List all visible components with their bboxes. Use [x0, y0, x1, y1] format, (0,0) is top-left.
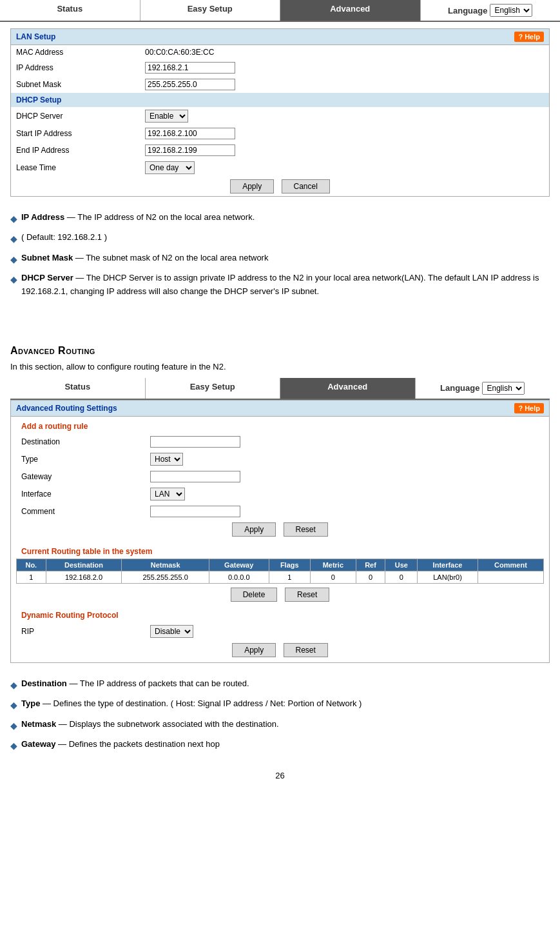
current-routing-label: Current Routing table in the system: [16, 544, 544, 559]
desc-dest-text: Destination — The IP address of packets …: [21, 677, 550, 691]
top-navigation: Status Easy Setup Advanced Language Engl…: [0, 0, 560, 22]
lan-setup-header: LAN Setup ? Help: [11, 29, 549, 45]
col-comment: Comment: [478, 559, 543, 571]
tab-easy-setup-2[interactable]: Easy Setup: [146, 378, 281, 399]
page-number: 26: [10, 763, 550, 788]
routing-apply-button[interactable]: Apply: [232, 522, 276, 537]
desc-subnet-item: ◆ Subnet Mask — The subnet mask of N2 on…: [10, 252, 550, 266]
col-ref: Ref: [356, 559, 385, 571]
tab-status-2[interactable]: Status: [10, 378, 146, 399]
tab-advanced[interactable]: Advanced: [280, 0, 421, 21]
subnet-input-cell: [140, 76, 549, 93]
tab-advanced-2[interactable]: Advanced: [280, 378, 416, 399]
type-label: Type: [16, 450, 145, 468]
bullet-icon5: ◆: [10, 678, 17, 692]
type-row: Type Host Net: [16, 450, 544, 468]
type-cell: Host Net: [145, 450, 544, 468]
comment-input[interactable]: [150, 506, 240, 517]
interface-cell: LAN WAN: [145, 485, 544, 503]
start-ip-input[interactable]: [145, 128, 235, 139]
subnet-input[interactable]: [145, 79, 235, 90]
end-ip-input[interactable]: [145, 144, 235, 156]
tab-status[interactable]: Status: [0, 0, 140, 21]
rip-cell: Disable Enable: [145, 622, 544, 640]
language-select[interactable]: English: [490, 4, 532, 17]
advanced-routing-intro: In this section, allow to configure rout…: [10, 362, 550, 371]
col-destination: Destination: [46, 559, 122, 571]
destination-input[interactable]: [150, 436, 240, 448]
lan-apply-button[interactable]: Apply: [230, 179, 274, 193]
destination-row: Destination: [16, 433, 544, 450]
gateway-input[interactable]: [150, 471, 240, 482]
dynamic-buttons: Apply Reset: [16, 640, 544, 660]
desc-default-text: ( Default: 192.168.2.1 ): [21, 231, 550, 244]
interface-select[interactable]: LAN WAN: [150, 488, 185, 500]
route-metric: 0: [310, 571, 356, 583]
lease-time-select[interactable]: One day Half day One hour: [145, 161, 195, 174]
route-flags: 1: [269, 571, 310, 583]
current-routing-section: Current Routing table in the system No. …: [11, 542, 549, 606]
rip-row: RIP Disable Enable: [16, 622, 544, 640]
col-metric: Metric: [310, 559, 356, 571]
interface-label: Interface: [16, 485, 145, 503]
lan-cancel-button[interactable]: Cancel: [282, 179, 330, 193]
col-gateway: Gateway: [209, 559, 269, 571]
desc-ip-item: ◆ IP Address — The IP address of N2 on t…: [10, 211, 550, 226]
mac-value: 00:C0:CA:60:3E:CC: [140, 45, 549, 59]
start-ip-label: Start IP Address: [11, 125, 140, 142]
col-interface: Interface: [418, 559, 478, 571]
lan-form-table: MAC Address 00:C0:CA:60:3E:CC IP Address…: [11, 45, 549, 196]
route-interface: LAN(br0): [418, 571, 478, 583]
rip-select[interactable]: Disable Enable: [150, 625, 193, 638]
routing-reset-button-2[interactable]: Reset: [285, 588, 329, 602]
desc-netmask-text: Netmask — Displays the subnetwork associ…: [21, 718, 550, 731]
route-comment: [478, 571, 543, 583]
dynamic-apply-button[interactable]: Apply: [232, 643, 276, 657]
route-use: 0: [385, 571, 418, 583]
comment-row: Comment: [16, 503, 544, 520]
dhcp-section-row: DHCP Setup: [11, 93, 549, 107]
route-row-1: 1 192.168.2.0 255.255.255.0 0.0.0.0 1 0 …: [17, 571, 544, 583]
type-select[interactable]: Host Net: [150, 453, 183, 466]
desc-gw-text: Gateway — Defines the packets destinatio…: [21, 738, 550, 751]
col-netmask: Netmask: [122, 559, 209, 571]
dynamic-form-table: RIP Disable Enable Apply Reset: [16, 622, 544, 660]
routing-form-table: Destination Type Host Net Gateway: [16, 433, 544, 539]
desc-dhcp-item: ◆ DHCP Server — The DHCP Server is to as…: [10, 272, 550, 299]
language-select-2[interactable]: English: [482, 382, 525, 395]
routing-table: No. Destination Netmask Gateway Flags Me…: [16, 559, 544, 584]
dhcp-server-select[interactable]: Enable Disable: [145, 110, 188, 123]
tab-easy-setup[interactable]: Easy Setup: [140, 0, 281, 21]
ip-input[interactable]: [145, 62, 235, 74]
routing-reset-button[interactable]: Reset: [284, 522, 328, 537]
desc-gw-item: ◆ Gateway — Defines the packets destinat…: [10, 738, 550, 753]
desc-type-item: ◆ Type — Defines the type of destination…: [10, 697, 550, 712]
routing-buttons: Apply Reset: [16, 520, 544, 539]
lan-btn-row: Apply Cancel: [11, 177, 549, 196]
help-button[interactable]: ? Help: [514, 32, 544, 42]
route-ref: 0: [356, 571, 385, 583]
dynamic-routing-label: Dynamic Routing Protocol: [16, 608, 544, 622]
desc-type-text: Type — Defines the type of destination. …: [21, 697, 550, 711]
lease-time-cell: One day Half day One hour: [140, 159, 549, 177]
mac-label: MAC Address: [11, 45, 140, 59]
tab-language-2[interactable]: Language English: [416, 378, 550, 399]
bullet-icon4: ◆: [10, 272, 17, 286]
dhcp-section-label: DHCP Setup: [11, 93, 549, 107]
delete-button[interactable]: Delete: [231, 588, 278, 602]
desc-subnet-text: Subnet Mask — The subnet mask of N2 on t…: [21, 252, 550, 265]
desc-dest-item: ◆ Destination — The IP address of packet…: [10, 677, 550, 692]
tab-language[interactable]: Language English: [421, 0, 561, 21]
desc-dhcp-text: DHCP Server — The DHCP Server is to assi…: [21, 272, 550, 299]
ip-label: IP Address: [11, 59, 140, 76]
desc-default-item: ◆ ( Default: 192.168.2.1 ): [10, 231, 550, 246]
routing-btn-row: Apply Reset: [16, 520, 544, 539]
dynamic-routing-section: Dynamic Routing Protocol RIP Disable Ena…: [11, 606, 549, 662]
top-navigation-2: Status Easy Setup Advanced Language Engl…: [10, 378, 550, 400]
help-button-2[interactable]: ? Help: [514, 403, 544, 413]
end-ip-label: End IP Address: [11, 142, 140, 159]
col-use: Use: [385, 559, 418, 571]
bullet-icon: ◆: [10, 212, 17, 226]
dhcp-server-row: DHCP Server Enable Disable: [11, 107, 549, 125]
dynamic-reset-button[interactable]: Reset: [284, 643, 328, 657]
